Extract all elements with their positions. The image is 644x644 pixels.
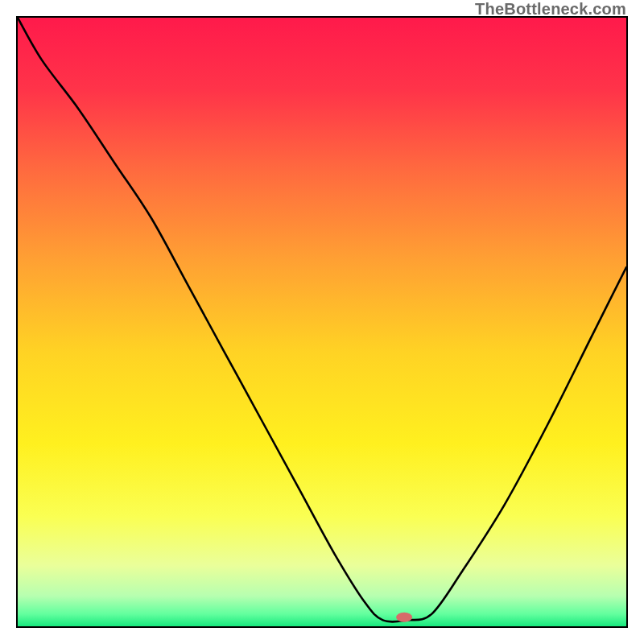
bottleneck-chart: TheBottleneck.com — [0, 0, 644, 644]
optimal-marker — [396, 613, 412, 622]
plot-area — [16, 16, 628, 628]
curve-layer — [18, 18, 626, 626]
bottleneck-curve-path — [18, 18, 626, 621]
